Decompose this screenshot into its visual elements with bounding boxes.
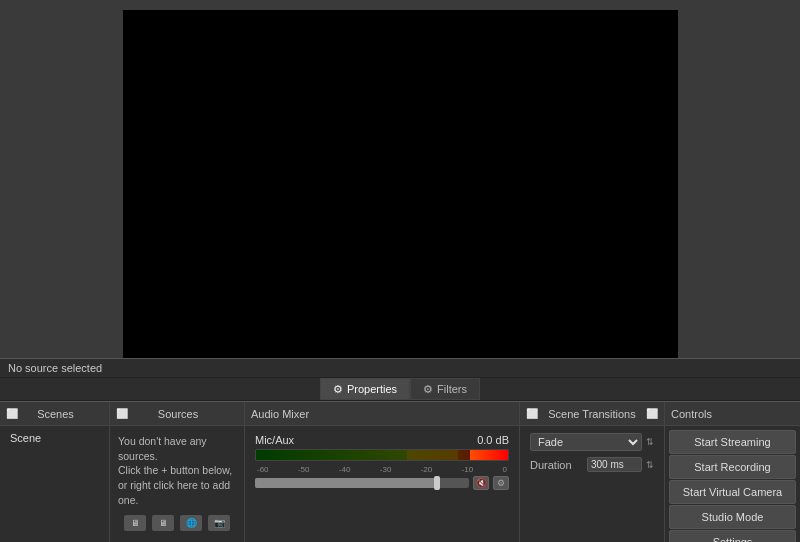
- audio-mixer-panel: Audio Mixer Mic/Aux 0.0 dB -60: [245, 402, 520, 542]
- sources-header-icon[interactable]: ⬜: [116, 408, 128, 419]
- audio-meter-level: [256, 450, 470, 460]
- browser-source-icon[interactable]: 🌐: [180, 515, 202, 531]
- transition-duration-row: Duration ⇅: [526, 454, 658, 475]
- transitions-header-icon-left[interactable]: ⬜: [526, 408, 538, 419]
- sources-icons: 🖥 🖥 🌐 📷: [116, 515, 238, 531]
- audio-mixer-header: Audio Mixer: [245, 402, 519, 426]
- monitor-source-icon[interactable]: 🖥: [124, 515, 146, 531]
- volume-slider-thumb: [434, 476, 440, 490]
- audio-mixer-content: Mic/Aux 0.0 dB -60 -50 -40 -30 -: [245, 426, 519, 542]
- scene-item[interactable]: Scene: [6, 430, 103, 446]
- filters-icon: ⚙: [423, 383, 433, 396]
- sources-panel: ⬜ Sources You don't have any sources.Cli…: [110, 402, 245, 542]
- transition-type-select[interactable]: Fade Cut Swipe Slide: [530, 433, 642, 451]
- scene-transitions-content: Fade Cut Swipe Slide ⇅ Duration ⇅: [520, 426, 664, 542]
- mute-button[interactable]: 🔇: [473, 476, 489, 490]
- scene-transitions-header: ⬜ Scene Transitions ⬜: [520, 402, 664, 426]
- controls-panel: Controls Start Streaming Start Recording…: [665, 402, 800, 542]
- sources-header: ⬜ Sources: [110, 402, 244, 426]
- sources-hint: You don't have any sources.Click the + b…: [116, 430, 238, 511]
- start-virtual-camera-button[interactable]: Start Virtual Camera: [669, 480, 796, 504]
- transition-type-chevron: ⇅: [646, 437, 654, 447]
- scenes-header-icon[interactable]: ⬜: [6, 408, 18, 419]
- audio-db-value: 0.0 dB: [477, 434, 509, 446]
- bottom-panel: ⬜ Scenes Scene − ∧ ∨ ⬜ Sources You don't…: [0, 401, 800, 542]
- studio-mode-button[interactable]: Studio Mode: [669, 505, 796, 529]
- properties-gear-icon: ⚙: [333, 383, 343, 396]
- audio-tick-marks: -60 -50 -40 -30 -20 -10 0: [255, 465, 509, 474]
- preview-screen: [123, 10, 678, 358]
- controls-content: Start Streaming Start Recording Start Vi…: [665, 426, 800, 542]
- audio-channel-name: Mic/Aux: [255, 434, 294, 446]
- duration-input[interactable]: [587, 457, 642, 472]
- audio-meter: [255, 449, 509, 461]
- tab-filters[interactable]: ⚙ Filters: [410, 378, 480, 400]
- transition-type-row: Fade Cut Swipe Slide ⇅: [526, 430, 658, 454]
- sources-content: You don't have any sources.Click the + b…: [110, 426, 244, 542]
- audio-channel-header: Mic/Aux 0.0 dB: [255, 434, 509, 446]
- tabs-bar: ⚙ Properties ⚙ Filters: [0, 378, 800, 401]
- source-bar: No source selected: [0, 358, 800, 378]
- start-streaming-button[interactable]: Start Streaming: [669, 430, 796, 454]
- scenes-header: ⬜ Scenes: [0, 402, 109, 426]
- audio-channel-mic: Mic/Aux 0.0 dB -60 -50 -40 -30 -: [251, 430, 513, 492]
- volume-slider[interactable]: [255, 478, 469, 488]
- duration-spinner-chevron: ⇅: [646, 460, 654, 470]
- scenes-panel: ⬜ Scenes Scene − ∧ ∨: [0, 402, 110, 542]
- volume-slider-fill: [255, 478, 437, 488]
- tab-properties[interactable]: ⚙ Properties: [320, 378, 410, 400]
- transitions-header-icon-right[interactable]: ⬜: [646, 408, 658, 419]
- scenes-content: Scene: [0, 426, 109, 542]
- scene-transitions-panel: ⬜ Scene Transitions ⬜ Fade Cut Swipe Sli…: [520, 402, 665, 542]
- camera-source-icon[interactable]: 📷: [208, 515, 230, 531]
- controls-header: Controls: [665, 402, 800, 426]
- audio-controls-row: 🔇 ⚙: [255, 476, 509, 490]
- display-source-icon[interactable]: 🖥: [152, 515, 174, 531]
- preview-area: [0, 0, 800, 358]
- source-bar-text: No source selected: [8, 362, 102, 374]
- duration-label: Duration: [530, 459, 583, 471]
- start-recording-button[interactable]: Start Recording: [669, 455, 796, 479]
- channel-settings-button[interactable]: ⚙: [493, 476, 509, 490]
- settings-button[interactable]: Settings: [669, 530, 796, 542]
